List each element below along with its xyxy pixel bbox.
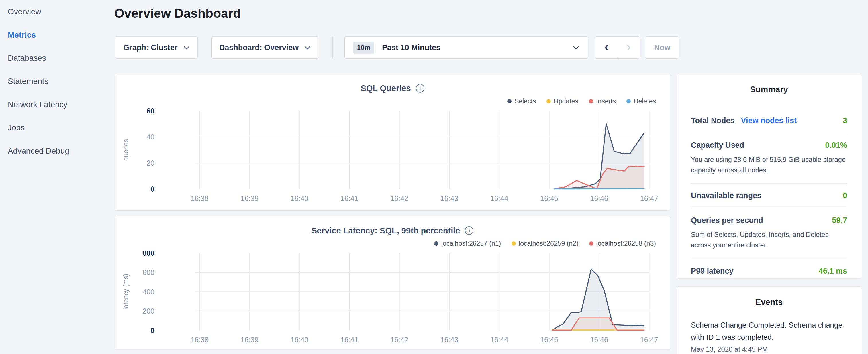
- event-item-text[interactable]: Schema Change Completed: Schema change w…: [691, 319, 847, 343]
- sidebar-item-databases[interactable]: Databases: [8, 46, 112, 70]
- x-tick-label: 16:47: [640, 336, 658, 344]
- summary-body: Total Nodes View nodes list 3 Capacity U…: [677, 108, 861, 283]
- qps-description: Sum of Selects, Updates, Inserts, and De…: [691, 229, 847, 251]
- sidebar-item-network-latency[interactable]: Network Latency: [8, 93, 112, 116]
- x-tick-label: 16:42: [390, 336, 408, 344]
- y-tick-label: 0: [150, 326, 154, 334]
- x-tick-label: 16:43: [440, 194, 459, 202]
- y-axis-label: latency (ms): [122, 274, 129, 310]
- graph-scope-label: Graph: Cluster: [123, 43, 177, 52]
- chevron-right-icon: ›: [626, 40, 631, 53]
- summary-row-total-nodes: Total Nodes View nodes list 3: [691, 108, 847, 133]
- sql-queries-chart[interactable]: 16:3816:3916:4016:4116:4216:4316:4416:45…: [115, 74, 670, 210]
- time-step-buttons: ‹ ›: [595, 36, 640, 59]
- event-item-timestamp: May 13, 2020 at 4:45 PM: [691, 345, 847, 353]
- x-tick-label: 16:46: [590, 336, 608, 344]
- y-tick-label: 200: [143, 307, 154, 315]
- x-tick-label: 16:45: [540, 336, 558, 344]
- total-nodes-value: 3: [843, 116, 847, 125]
- events-panel: Events Schema Change Completed: Schema c…: [677, 286, 861, 354]
- time-range-dropdown[interactable]: 10m Past 10 Minutes: [344, 36, 588, 59]
- service-latency-chart[interactable]: 16:3816:3916:4016:4116:4216:4316:4416:45…: [115, 216, 670, 349]
- summary-title: Summary: [677, 85, 861, 94]
- previous-time-button[interactable]: ‹: [595, 37, 618, 58]
- chevron-down-icon: [183, 46, 190, 50]
- sql-queries-card: SQL Queries i SelectsUpdatesInsertsDelet…: [115, 74, 670, 211]
- graph-scope-dropdown[interactable]: Graph: Cluster: [115, 36, 198, 59]
- qps-value: 59.7: [832, 216, 847, 225]
- time-range-label: Past 10 Minutes: [382, 43, 440, 52]
- sidebar-item-metrics[interactable]: Metrics: [8, 23, 112, 46]
- dashboard-label: Dashboard: Overview: [219, 43, 299, 52]
- x-tick-label: 16:41: [340, 194, 359, 202]
- y-tick-label: 0: [150, 185, 154, 193]
- unavailable-ranges-label: Unavailable ranges: [691, 191, 762, 200]
- page-title: Overview Dashboard: [114, 6, 241, 21]
- x-tick-label: 16:47: [640, 194, 658, 202]
- sidebar-item-statements[interactable]: Statements: [8, 70, 112, 93]
- summary-panel: Summary Total Nodes View nodes list 3 Ca…: [677, 74, 861, 279]
- chevron-down-icon: [304, 46, 311, 50]
- x-tick-label: 16:40: [290, 194, 309, 202]
- summary-row-qps: Queries per second 59.7 Sum of Selects, …: [691, 208, 847, 259]
- y-tick-label: 600: [143, 268, 154, 277]
- total-nodes-label: Total Nodes: [691, 116, 735, 125]
- x-tick-label: 16:38: [191, 336, 209, 344]
- summary-row-capacity: Capacity Used 0.01% You are using 28.6 M…: [691, 133, 847, 184]
- y-axis-label: queries: [122, 139, 129, 161]
- next-time-button[interactable]: ›: [618, 37, 640, 58]
- dashboard-dropdown[interactable]: Dashboard: Overview: [212, 36, 318, 59]
- x-tick-label: 16:44: [490, 194, 508, 202]
- x-tick-label: 16:41: [340, 336, 359, 344]
- x-tick-label: 16:38: [191, 194, 209, 202]
- capacity-used-description: You are using 28.6 MiB of 515.9 GiB usab…: [691, 154, 847, 175]
- service-latency-card: Service Latency: SQL, 99th percentile i …: [115, 216, 670, 350]
- sidebar-item-advanced-debug[interactable]: Advanced Debug: [8, 139, 112, 162]
- chevron-down-icon: [573, 46, 579, 50]
- x-tick-label: 16:46: [590, 194, 608, 202]
- y-tick-label: 20: [147, 159, 154, 167]
- chevron-left-icon: ‹: [604, 40, 609, 53]
- summary-row-unavailable-ranges: Unavailable ranges 0: [691, 184, 847, 208]
- capacity-used-value: 0.01%: [825, 141, 847, 150]
- x-tick-label: 16:40: [290, 336, 309, 344]
- sidebar-nav: OverviewMetricsDatabasesStatementsNetwor…: [0, 0, 112, 162]
- capacity-used-label: Capacity Used: [691, 141, 744, 150]
- sidebar-item-jobs[interactable]: Jobs: [8, 116, 112, 139]
- sidebar-list: OverviewMetricsDatabasesStatementsNetwor…: [8, 0, 112, 162]
- sidebar-item-overview[interactable]: Overview: [8, 0, 112, 23]
- unavailable-ranges-value: 0: [843, 191, 847, 200]
- x-tick-label: 16:42: [390, 194, 408, 202]
- x-tick-label: 16:45: [540, 194, 558, 202]
- y-tick-label: 800: [143, 249, 154, 257]
- x-tick-label: 16:39: [241, 194, 259, 202]
- summary-row-p99: P99 latency 46.1 ms: [691, 259, 847, 283]
- time-range-badge: 10m: [353, 42, 374, 54]
- y-tick-label: 400: [143, 288, 154, 296]
- p99-latency-value: 46.1 ms: [819, 267, 847, 276]
- y-tick-label: 40: [147, 133, 154, 141]
- y-tick-label: 60: [147, 107, 154, 115]
- events-title: Events: [677, 297, 861, 307]
- events-body: Schema Change Completed: Schema change w…: [677, 319, 861, 353]
- x-tick-label: 16:44: [490, 336, 508, 344]
- toolbar-divider: [332, 36, 333, 59]
- p99-latency-label: P99 latency: [691, 267, 734, 276]
- now-button[interactable]: Now: [646, 36, 679, 59]
- x-tick-label: 16:43: [440, 336, 459, 344]
- x-tick-label: 16:39: [241, 336, 259, 344]
- view-nodes-list-link[interactable]: View nodes list: [741, 116, 797, 125]
- qps-label: Queries per second: [691, 216, 763, 225]
